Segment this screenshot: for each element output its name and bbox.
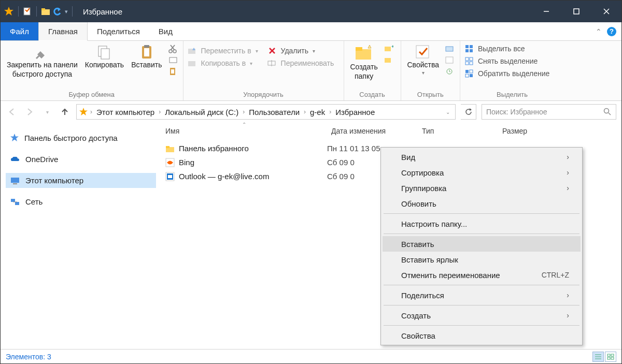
recent-dropdown[interactable]: ▾ xyxy=(41,106,53,118)
select-all-button[interactable]: Выделить все xyxy=(464,44,549,53)
svg-rect-31 xyxy=(356,47,362,51)
select-none-button[interactable]: Снять выделение xyxy=(464,56,549,66)
easyaccess-icon[interactable] xyxy=(384,55,393,65)
svg-rect-46 xyxy=(465,62,469,65)
delete-button[interactable]: Удалить▾ xyxy=(267,46,334,55)
properties-qat-icon[interactable] xyxy=(23,7,32,16)
svg-rect-40 xyxy=(465,45,469,48)
tab-share[interactable]: Поделиться xyxy=(88,22,149,40)
help-icon[interactable]: ? xyxy=(607,27,616,36)
selectinvert-icon xyxy=(464,69,474,78)
up-button[interactable] xyxy=(59,106,71,118)
svg-rect-41 xyxy=(470,45,473,48)
selectnone-icon xyxy=(464,56,474,66)
ctx-paste[interactable]: Вставить xyxy=(383,236,581,252)
svg-marker-52 xyxy=(79,108,88,115)
svg-rect-20 xyxy=(169,57,177,63)
ctx-share[interactable]: Поделиться› xyxy=(383,287,581,303)
window-title: Избранное xyxy=(83,7,122,16)
url-icon xyxy=(165,172,175,181)
breadcrumb[interactable]: › Этот компьютер› Локальный диск (C:)› П… xyxy=(76,104,456,120)
pasteshortcut-icon[interactable] xyxy=(168,67,178,76)
search-input[interactable]: Поиск: Избранное xyxy=(482,104,616,120)
svg-rect-59 xyxy=(11,199,15,202)
svg-rect-71 xyxy=(607,354,610,356)
crumb-drive[interactable]: Локальный диск (C:) xyxy=(163,107,241,118)
svg-rect-6 xyxy=(574,9,579,14)
column-date[interactable]: Дата изменения xyxy=(327,127,418,135)
select-invert-button[interactable]: Обратить выделение xyxy=(464,69,549,78)
view-details-button[interactable] xyxy=(592,352,604,362)
newitem-icon[interactable]: ✦ xyxy=(384,44,393,53)
rename-icon xyxy=(267,59,277,68)
ctx-customize[interactable]: Настроить папку... xyxy=(383,216,581,231)
undo-qat-icon[interactable] xyxy=(52,6,63,17)
svg-rect-43 xyxy=(470,49,473,52)
back-button[interactable] xyxy=(6,106,18,118)
paste-button[interactable]: Вставить xyxy=(128,43,165,71)
sidebar-item-onedrive[interactable]: OneDrive xyxy=(6,152,156,167)
search-icon xyxy=(603,108,612,116)
address-dropdown-icon[interactable]: ⌄ xyxy=(446,109,453,115)
newfolder-qat-icon[interactable] xyxy=(41,7,50,16)
ctx-pastelink[interactable]: Вставить ярлык xyxy=(383,252,581,267)
forward-button[interactable] xyxy=(23,106,36,118)
crumb-users[interactable]: Пользователи xyxy=(247,107,302,118)
open-icon[interactable] xyxy=(445,44,455,53)
sidebar-item-network[interactable]: Сеть xyxy=(6,194,156,209)
svg-line-10 xyxy=(36,55,39,59)
crumb-user[interactable]: g-ek xyxy=(308,107,327,118)
svg-rect-50 xyxy=(465,74,469,77)
paste-icon xyxy=(138,44,156,60)
copypath-icon[interactable] xyxy=(168,55,178,65)
ctx-refresh[interactable]: Обновить xyxy=(383,196,581,211)
cut-icon[interactable] xyxy=(168,44,178,53)
tab-view[interactable]: Вид xyxy=(149,22,182,40)
svg-rect-60 xyxy=(15,202,19,205)
view-icons-button[interactable] xyxy=(605,352,616,362)
collapse-ribbon-icon[interactable]: ⌃ xyxy=(596,27,602,36)
ribbon-group-organize: Переместить в▾ Копировать в▾ Удалить▾ Пе… xyxy=(183,41,344,100)
close-button[interactable] xyxy=(591,1,621,22)
rename-button[interactable]: Переименовать xyxy=(267,59,334,68)
selectall-icon xyxy=(464,44,474,53)
refresh-button[interactable] xyxy=(461,104,476,120)
svg-rect-72 xyxy=(611,354,614,356)
pin-quickaccess-button[interactable]: Закрепить на панели быстрого доступа xyxy=(4,43,81,80)
svg-rect-73 xyxy=(607,357,610,359)
ctx-sort[interactable]: Сортировка› xyxy=(383,165,581,180)
crumb-favorites[interactable]: Избранное xyxy=(333,107,377,118)
svg-rect-57 xyxy=(11,178,19,183)
column-type[interactable]: Тип xyxy=(418,127,498,135)
tab-home[interactable]: Главная xyxy=(38,22,88,41)
ctx-undo[interactable]: Отменить переименованиеCTRL+Z xyxy=(383,267,581,283)
column-name[interactable]: Имя xyxy=(161,127,327,135)
tab-file[interactable]: Файл xyxy=(1,22,38,40)
history-icon[interactable] xyxy=(445,67,455,76)
copy-icon xyxy=(95,44,113,60)
sidebar-item-quickaccess[interactable]: Панель быстрого доступа xyxy=(6,130,156,145)
column-size[interactable]: Размер xyxy=(498,127,560,135)
svg-marker-53 xyxy=(470,108,472,111)
ctx-group[interactable]: Группировка› xyxy=(383,180,581,196)
minimize-button[interactable] xyxy=(531,1,561,22)
copy-button[interactable]: Копировать xyxy=(82,43,127,71)
svg-marker-0 xyxy=(4,7,13,16)
edit-icon[interactable] xyxy=(445,55,455,65)
ctx-create[interactable]: Создать› xyxy=(383,308,581,323)
moveto-button[interactable]: Переместить в▾ xyxy=(188,46,258,55)
crumb-thispc[interactable]: Этот компьютер xyxy=(94,107,157,118)
ctx-view[interactable]: Вид› xyxy=(383,149,581,165)
new-folder-button[interactable]: Создать папку xyxy=(347,43,381,82)
svg-rect-33 xyxy=(385,47,391,51)
favorites-icon xyxy=(4,6,14,17)
svg-rect-14 xyxy=(144,48,149,56)
properties-button[interactable]: Свойства ▾ xyxy=(404,43,442,77)
copyto-button[interactable]: Копировать в▾ xyxy=(188,59,258,68)
svg-rect-44 xyxy=(465,57,469,61)
ctx-properties[interactable]: Свойства xyxy=(383,328,581,343)
maximize-button[interactable] xyxy=(561,1,591,22)
sidebar-item-thispc[interactable]: Этот компьютер xyxy=(6,173,156,188)
qat-dropdown-icon[interactable]: ▾ xyxy=(65,8,68,15)
search-placeholder: Поиск: Избранное xyxy=(486,108,547,116)
